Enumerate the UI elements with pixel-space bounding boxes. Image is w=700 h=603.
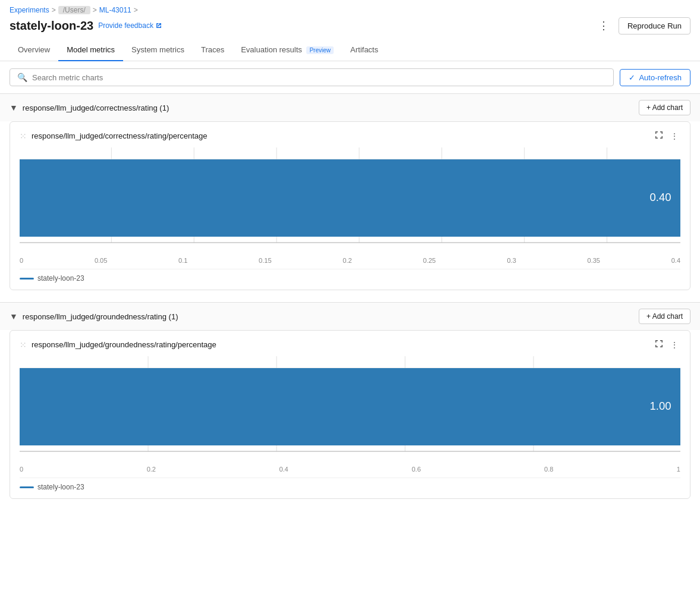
chart-area-groundedness: 1.00 (20, 356, 680, 463)
section-correctness-title: response/llm_judged/correctness/rating (… (23, 103, 169, 112)
chart-card-groundedness: ⁙ response/llm_judged/groundedness/ratin… (10, 330, 690, 499)
tab-overview[interactable]: Overview (10, 39, 58, 61)
more-chart-correctness-button[interactable]: ⋮ (668, 130, 680, 143)
breadcrumb: Experiments > /Users/ > ML-43011 > (0, 0, 700, 14)
add-chart-correctness-button[interactable]: + Add chart (639, 100, 690, 115)
add-chart-groundedness-button[interactable]: + Add chart (639, 309, 690, 324)
expand-chart-groundedness-button[interactable] (653, 338, 665, 351)
breadcrumb-users: /Users/ (58, 6, 90, 14)
tab-evaluation-results[interactable]: Evaluation results Preview (233, 39, 342, 61)
legend-line-correctness (20, 278, 34, 279)
tab-model-metrics[interactable]: Model metrics (58, 39, 123, 61)
checkmark-icon: ✓ (629, 73, 635, 82)
tab-system-metrics[interactable]: System metrics (123, 39, 193, 61)
svg-rect-8 (20, 159, 680, 237)
title-bar: stately-loon-23 Provide feedback ⋮ Repro… (0, 14, 700, 39)
provide-feedback-link[interactable]: Provide feedback (98, 21, 162, 30)
chart-svg-groundedness: 1.00 (20, 356, 680, 463)
expand-chart-correctness-button[interactable] (653, 129, 665, 143)
expand-icon (655, 131, 663, 139)
more-chart-groundedness-button[interactable]: ⋮ (668, 338, 680, 351)
legend-line-groundedness (20, 486, 34, 488)
run-title: stately-loon-23 (10, 19, 93, 33)
tab-traces[interactable]: Traces (193, 39, 233, 61)
svg-text:1.00: 1.00 (650, 400, 671, 412)
expand-icon-groundedness (655, 340, 663, 348)
reproduce-run-button[interactable]: Reproduce Run (619, 17, 690, 34)
preview-badge: Preview (306, 46, 334, 54)
axis-labels-groundedness: 0 0.2 0.4 0.6 0.8 1 (20, 466, 680, 473)
more-options-button[interactable]: ⋮ (594, 17, 614, 34)
chart-legend-groundedness: stately-loon-23 (20, 478, 680, 491)
chart-title-correctness: response/llm_judged/correctness/rating/p… (32, 131, 208, 140)
chart-area-correctness: 0.40 (20, 147, 680, 255)
search-bar-row: 🔍 ✓ Auto-refresh (0, 61, 700, 93)
tabs-bar: Overview Model metrics System metrics Tr… (0, 39, 700, 61)
svg-text:0.40: 0.40 (650, 191, 671, 203)
legend-label-groundedness: stately-loon-23 (37, 483, 84, 491)
chart-card-correctness: ⁙ response/llm_judged/correctness/rating… (10, 121, 690, 290)
chart-svg-correctness: 0.40 (20, 147, 680, 255)
section-groundedness-title: response/llm_judged/groundedness/rating … (23, 312, 178, 321)
auto-refresh-button[interactable]: ✓ Auto-refresh (620, 69, 690, 86)
svg-rect-16 (20, 368, 680, 445)
section-correctness-header: ▼ response/llm_judged/correctness/rating… (0, 93, 700, 121)
external-link-icon (155, 22, 162, 29)
breadcrumb-run-id[interactable]: ML-43011 (99, 6, 131, 14)
tab-artifacts[interactable]: Artifacts (342, 39, 387, 61)
search-input-wrap: 🔍 (10, 68, 614, 86)
section-groundedness-header: ▼ response/llm_judged/groundedness/ratin… (0, 302, 700, 330)
drag-handle-groundedness[interactable]: ⁙ (20, 340, 27, 350)
search-input[interactable] (32, 73, 606, 82)
drag-handle-correctness[interactable]: ⁙ (20, 131, 27, 141)
collapse-groundedness-icon[interactable]: ▼ (10, 312, 18, 321)
search-icon: 🔍 (17, 73, 27, 82)
chart-legend-correctness: stately-loon-23 (20, 269, 680, 282)
legend-label-correctness: stately-loon-23 (37, 274, 84, 282)
breadcrumb-experiments[interactable]: Experiments (10, 6, 49, 14)
collapse-correctness-icon[interactable]: ▼ (10, 103, 18, 112)
chart-title-groundedness: response/llm_judged/groundedness/rating/… (32, 340, 216, 349)
axis-labels-correctness: 0 0.05 0.1 0.15 0.2 0.25 0.3 0.35 0.4 (20, 257, 680, 264)
